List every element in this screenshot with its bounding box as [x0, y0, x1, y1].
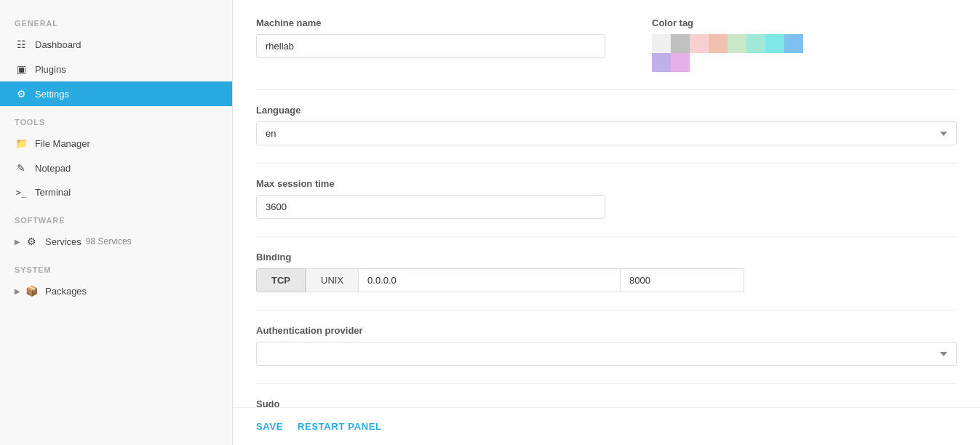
sidebar-item-label-plugins: Plugins	[35, 64, 66, 75]
max-session-label: Max session time	[256, 178, 957, 189]
color-swatch-0[interactable]	[652, 34, 671, 53]
sidebar-item-label-dashboard: Dashboard	[35, 39, 81, 50]
sidebar-section-tools: TOOLS	[0, 106, 232, 131]
sidebar-item-services[interactable]: ▶⚙Services98 Services	[0, 229, 232, 254]
save-button[interactable]: SAVE	[256, 418, 283, 435]
sidebar-item-packages[interactable]: ▶📦Packages	[0, 278, 232, 303]
sidebar-item-label-file-manager: File Manager	[35, 138, 90, 149]
sidebar: GENERAL☷Dashboard▣Plugins⚙SettingsTOOLS📁…	[0, 0, 233, 445]
auth-provider-select[interactable]: LocalLDAPPAM	[256, 342, 957, 366]
sidebar-item-settings[interactable]: ⚙Settings	[0, 81, 232, 106]
color-swatch-8[interactable]	[652, 53, 671, 72]
auth-provider-label: Authentication provider	[256, 325, 957, 336]
services-count: 98 Services	[86, 236, 132, 246]
settings-icon: ⚙	[15, 88, 28, 100]
terminal-icon: >_	[15, 188, 28, 198]
color-swatches	[652, 34, 812, 72]
binding-ip-input[interactable]	[359, 268, 621, 292]
sidebar-item-notepad[interactable]: ✎Notepad	[0, 156, 232, 180]
binding-port-input[interactable]	[621, 268, 744, 292]
expand-arrow-icon: ▶	[15, 287, 20, 295]
color-swatch-3[interactable]	[709, 34, 728, 53]
max-session-input[interactable]	[256, 195, 605, 219]
packages-icon: 📦	[25, 285, 38, 297]
sidebar-item-file-manager[interactable]: 📁File Manager	[0, 131, 232, 156]
color-swatch-2[interactable]	[690, 34, 709, 53]
binding-unix-button[interactable]: UNIX	[306, 268, 359, 292]
color-swatch-6[interactable]	[765, 34, 784, 53]
language-label: Language	[256, 105, 957, 116]
color-swatch-1[interactable]	[671, 34, 690, 53]
services-icon: ⚙	[25, 236, 38, 247]
sidebar-section-software: SOFTWARE	[0, 204, 232, 229]
sidebar-section-system: SYSTEM	[0, 254, 232, 278]
color-swatch-7[interactable]	[784, 34, 803, 53]
dashboard-icon: ☷	[15, 39, 28, 50]
color-swatch-5[interactable]	[746, 34, 765, 53]
sidebar-item-label-notepad: Notepad	[35, 163, 71, 174]
color-swatch-4[interactable]	[728, 34, 746, 53]
binding-tcp-button[interactable]: TCP	[256, 268, 306, 292]
footer-bar: SAVE RESTART PANEL	[233, 407, 980, 445]
binding-label: Binding	[256, 252, 957, 262]
restart-panel-button[interactable]: RESTART PANEL	[298, 418, 382, 435]
sidebar-item-plugins[interactable]: ▣Plugins	[0, 57, 232, 81]
binding-row: TCP UNIX	[256, 268, 957, 292]
sidebar-item-label-services: Services	[45, 236, 81, 247]
sidebar-item-dashboard[interactable]: ☷Dashboard	[0, 32, 232, 57]
sidebar-item-label-packages: Packages	[45, 286, 87, 297]
machine-name-input[interactable]	[256, 34, 605, 58]
sidebar-item-terminal[interactable]: >_Terminal	[0, 180, 232, 204]
plugins-icon: ▣	[15, 63, 28, 75]
folder-icon: 📁	[15, 137, 28, 149]
pencil-icon: ✎	[15, 162, 28, 174]
language-select[interactable]: endefresitptruzhja	[256, 121, 957, 145]
sidebar-item-label-settings: Settings	[35, 89, 69, 100]
main-content: Machine name Color tag Language endefres…	[233, 0, 980, 445]
color-swatch-9[interactable]	[671, 53, 690, 72]
expand-arrow-icon: ▶	[15, 238, 20, 246]
color-tag-label: Color tag	[652, 17, 812, 28]
sidebar-section-general: GENERAL	[0, 7, 232, 32]
sidebar-item-label-terminal: Terminal	[35, 187, 71, 198]
machine-name-label: Machine name	[256, 17, 605, 28]
